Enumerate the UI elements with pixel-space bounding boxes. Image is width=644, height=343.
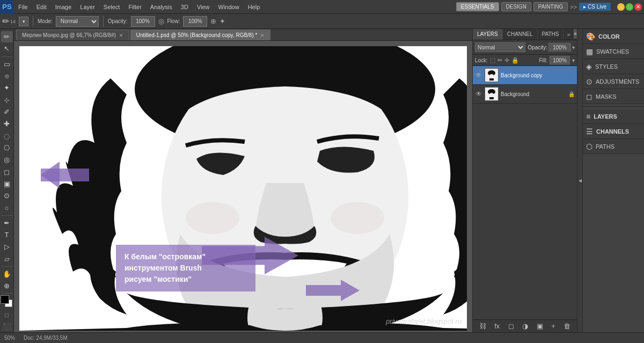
flow-input[interactable] bbox=[183, 16, 207, 27]
stylus-icon[interactable]: ⊕ bbox=[210, 17, 216, 25]
menu-help[interactable]: Help bbox=[244, 0, 265, 14]
panel-masks[interactable]: ◻ MASKS bbox=[583, 89, 644, 104]
menu-analysis[interactable]: Analysis bbox=[146, 0, 177, 14]
tab-0-close[interactable]: ✕ bbox=[119, 33, 123, 38]
panel-styles[interactable]: ◈ STYLES bbox=[583, 59, 644, 74]
airbrush-icon[interactable]: ◎ bbox=[158, 17, 164, 25]
layer-style-btn[interactable]: fx bbox=[494, 322, 500, 330]
blend-mode-select[interactable]: Normal bbox=[475, 42, 525, 52]
tool-clone[interactable]: ⎔ bbox=[1, 142, 13, 154]
styles-icon: ◈ bbox=[586, 62, 592, 71]
brush-icon[interactable]: ✏ bbox=[2, 16, 9, 26]
opacity-input[interactable] bbox=[131, 16, 155, 27]
layer-row-background-copy[interactable]: 👁 Background copy bbox=[473, 66, 577, 85]
tool-separator-2 bbox=[2, 215, 12, 216]
fill-value[interactable] bbox=[550, 56, 570, 64]
menu-3d[interactable]: 3D bbox=[177, 0, 193, 14]
separator-1 bbox=[33, 16, 33, 27]
lock-position[interactable]: ✛ bbox=[504, 57, 509, 64]
channels-shortcut-label: CHANNELS bbox=[596, 128, 629, 135]
opacity-arrow[interactable]: ▾ bbox=[572, 45, 575, 50]
tool-eraser[interactable]: ◻ bbox=[1, 166, 13, 177]
tool-type[interactable]: T bbox=[1, 229, 13, 240]
tool-pen[interactable]: ✒ bbox=[1, 217, 13, 229]
layer-row-background[interactable]: 👁 Background 🔒 bbox=[473, 85, 577, 104]
tool-lasso[interactable]: ⌾ bbox=[1, 70, 13, 82]
tool-brush2[interactable]: ◌ bbox=[1, 130, 13, 141]
adjustment-layer-btn[interactable]: ◑ bbox=[522, 322, 528, 330]
tool-marquee[interactable]: ▭ bbox=[1, 59, 13, 70]
tool-healing[interactable]: ✚ bbox=[1, 118, 13, 129]
drawing-canvas[interactable]: К белым "островкам" инструментом Brush р… bbox=[19, 46, 467, 331]
menu-edit[interactable]: Edit bbox=[32, 0, 51, 14]
new-layer-btn[interactable]: + bbox=[551, 322, 555, 330]
menu-window[interactable]: Window bbox=[214, 0, 244, 14]
maximize-button[interactable]: □ bbox=[626, 3, 633, 11]
tool-zoom[interactable]: ⊕ bbox=[1, 280, 13, 291]
layer-eye-0[interactable]: 👁 bbox=[475, 71, 482, 79]
workspace-design[interactable]: DESIGN bbox=[501, 2, 531, 11]
tab-1[interactable]: Untitled-1.psd @ 50% (Background copy, R… bbox=[130, 30, 271, 40]
close-button[interactable]: ✕ bbox=[634, 3, 642, 11]
menu-view[interactable]: View bbox=[193, 0, 214, 14]
tool-blur[interactable]: ⊙ bbox=[1, 190, 13, 201]
tool-gradient[interactable]: ▣ bbox=[1, 178, 13, 189]
swatches-icon: ▦ bbox=[586, 47, 593, 56]
link-layers-btn[interactable]: ⛓ bbox=[479, 322, 486, 330]
tool-shape[interactable]: ▱ bbox=[1, 253, 13, 265]
lock-transparent[interactable]: ⬚ bbox=[490, 57, 495, 64]
tool-move[interactable]: ↖ bbox=[1, 43, 13, 54]
extra-icon[interactable]: ✦ bbox=[219, 17, 225, 25]
panel-channels-shortcut[interactable]: ☰ CHANNELS bbox=[583, 124, 644, 139]
panel-collapse-handle[interactable]: ◀ bbox=[577, 29, 582, 332]
layers-tab-channel[interactable]: CHANNEL bbox=[503, 29, 538, 40]
panel-paths-shortcut[interactable]: ⬡ PATHS bbox=[583, 139, 644, 154]
foreground-color[interactable] bbox=[1, 295, 9, 304]
minimize-button[interactable]: – bbox=[617, 3, 625, 11]
paths-icon: ⬡ bbox=[586, 142, 592, 151]
layers-tab-layers[interactable]: LAYERS bbox=[473, 29, 503, 40]
panel-adjustments[interactable]: ⊙ ADJUSTMENTS bbox=[583, 74, 644, 89]
lock-all[interactable]: 🔒 bbox=[511, 57, 519, 64]
layers-tab-more[interactable]: » bbox=[564, 29, 573, 40]
tab-0[interactable]: Мерлин Монро.jpg @ 66,7% (RGB/8#) ✕ bbox=[16, 30, 129, 40]
cs-live-button[interactable]: ▸ CS Live bbox=[579, 3, 611, 11]
tool-crop[interactable]: ⊹ bbox=[1, 94, 13, 106]
mode-select[interactable]: Normal bbox=[56, 16, 99, 27]
panel-swatches[interactable]: ▦ SWATCHES bbox=[583, 44, 644, 59]
menu-image[interactable]: Image bbox=[51, 0, 76, 14]
brush-preset-picker[interactable]: ▾ bbox=[19, 17, 28, 26]
tool-path-select[interactable]: ▷ bbox=[1, 241, 13, 252]
workspace-more[interactable]: >> bbox=[570, 4, 577, 10]
svg-point-4 bbox=[331, 202, 384, 234]
panel-color[interactable]: 🎨 COLOR bbox=[583, 29, 644, 44]
menu-file[interactable]: File bbox=[14, 0, 32, 14]
options-bar: ✏ 14 ▾ Mode: Normal Opacity: ◎ Flow: ⊕ ✦ bbox=[0, 14, 644, 29]
delete-layer-btn[interactable]: 🗑 bbox=[564, 322, 570, 330]
layer-thumb-svg-0 bbox=[485, 69, 498, 82]
new-group-btn[interactable]: ▣ bbox=[537, 322, 543, 330]
screen-mode[interactable]: ⬛ bbox=[1, 321, 13, 332]
tool-eyedropper[interactable]: ✐ bbox=[1, 106, 13, 118]
layers-tab-paths[interactable]: PATHS bbox=[538, 29, 564, 40]
lock-row: Lock: ⬚ ✏ ✛ 🔒 Fill: ▾ bbox=[473, 55, 577, 66]
tab-1-close[interactable]: ✕ bbox=[260, 33, 265, 38]
standard-mode[interactable]: □ bbox=[5, 312, 9, 318]
tool-history[interactable]: ◎ bbox=[1, 154, 13, 165]
menu-layer[interactable]: Layer bbox=[76, 0, 99, 14]
menu-right: ESSENTIALS DESIGN PAINTING >> ▸ CS Live … bbox=[456, 2, 644, 11]
fill-arrow[interactable]: ▾ bbox=[572, 57, 575, 63]
tool-dodge[interactable]: ○ bbox=[1, 202, 13, 213]
menu-select[interactable]: Select bbox=[99, 0, 125, 14]
tool-magic-wand[interactable]: ✦ bbox=[1, 82, 13, 93]
tool-brush[interactable]: ✏ bbox=[1, 31, 13, 42]
menu-filter[interactable]: Filter bbox=[124, 0, 145, 14]
workspace-painting[interactable]: PAINTING bbox=[533, 2, 568, 11]
panel-layers-shortcut[interactable]: ≡ LAYERS bbox=[583, 109, 644, 124]
workspace-essentials[interactable]: ESSENTIALS bbox=[456, 2, 499, 11]
tool-hand[interactable]: ✋ bbox=[1, 268, 13, 280]
opacity-value[interactable] bbox=[548, 43, 571, 52]
layer-mask-btn[interactable]: ◻ bbox=[508, 322, 514, 330]
lock-image[interactable]: ✏ bbox=[497, 57, 502, 64]
layer-eye-1[interactable]: 👁 bbox=[475, 90, 482, 98]
